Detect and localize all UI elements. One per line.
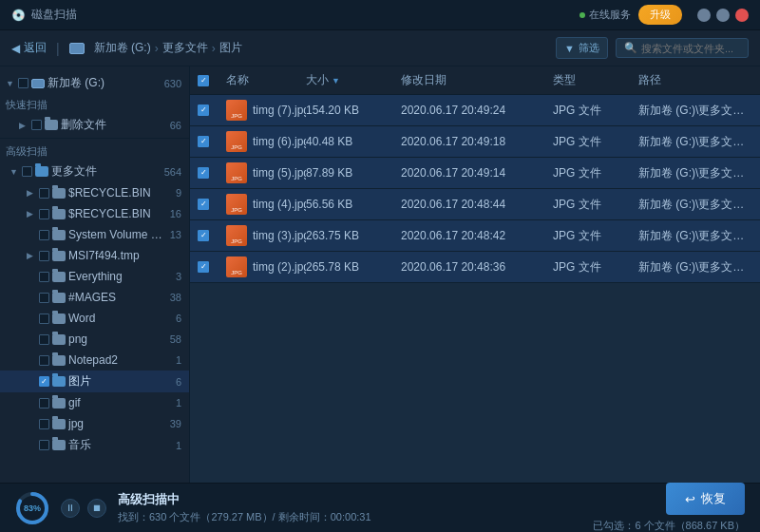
- sidebar-item-msi[interactable]: ▶ MSI7f494.tmp: [0, 245, 189, 266]
- sidebar-item-pictures[interactable]: 图片 6: [0, 370, 189, 392]
- row-size-2: 87.89 KB: [306, 166, 401, 180]
- close-button[interactable]: [735, 9, 749, 22]
- folder-icon-mages: [52, 293, 66, 303]
- sidebar-item-png[interactable]: png 58: [0, 329, 189, 350]
- search-input[interactable]: [641, 43, 736, 54]
- th-name: 名称: [226, 72, 306, 88]
- pause-button[interactable]: ⏸: [61, 499, 80, 518]
- th-date[interactable]: 修改日期: [401, 72, 553, 88]
- sidebar-item-root[interactable]: ▼ 新加卷 (G:) 630: [0, 72, 189, 94]
- upgrade-button[interactable]: 升级: [638, 5, 682, 25]
- row-check-1[interactable]: [198, 136, 226, 147]
- checkbox-msi[interactable]: [39, 251, 49, 261]
- row-checkbox-1[interactable]: [198, 136, 209, 147]
- maximize-button[interactable]: [716, 9, 730, 22]
- window-controls: [697, 9, 749, 22]
- breadcrumb-item-2[interactable]: 图片: [219, 40, 242, 56]
- more-files-count: 564: [164, 166, 181, 178]
- th-path[interactable]: 路径: [638, 72, 752, 88]
- notepad2-label: Notepad2: [68, 353, 171, 367]
- online-dot: [580, 12, 585, 18]
- jpg-label: jpg: [68, 417, 165, 430]
- header-checkbox[interactable]: [198, 75, 209, 86]
- row-path-1: 新加卷 (G:)\更多文件...: [638, 134, 752, 150]
- sidebar-item-gif[interactable]: gif 1: [0, 392, 189, 413]
- checkbox-jpg[interactable]: [39, 419, 49, 429]
- sidebar-item-more-files[interactable]: ▼ 更多文件 564: [0, 161, 189, 182]
- row-path-0: 新加卷 (G:)\更多文件...: [638, 103, 752, 119]
- file-thumb-5: [226, 256, 247, 277]
- filter-icon: ▼: [564, 43, 575, 54]
- row-check-3[interactable]: [198, 199, 226, 210]
- expand-arrow-msi: ▶: [27, 251, 36, 260]
- th-size[interactable]: 大小 ▼: [306, 72, 401, 88]
- bottom-bar: 83% ⏸ ⏹ 高级扫描中 找到：630 个文件（279.27 MB）/ 剩余时…: [0, 483, 760, 532]
- sidebar-item-sysvolume[interactable]: System Volume Inf... 13: [0, 224, 189, 245]
- row-checkbox-0[interactable]: [198, 104, 209, 116]
- sidebar-item-mages[interactable]: #MAGES 38: [0, 287, 189, 308]
- row-check-4[interactable]: [198, 230, 226, 241]
- checkbox-more[interactable]: [22, 166, 32, 177]
- checkbox-recycle1[interactable]: [39, 188, 49, 199]
- sort-arrow-size: ▼: [332, 76, 340, 86]
- restore-button[interactable]: ↩ 恢复: [666, 483, 745, 515]
- th-size-label: 大小: [306, 72, 329, 88]
- sidebar-item-everything[interactable]: Everything 3: [0, 266, 189, 287]
- back-button[interactable]: ◀ 返回: [11, 40, 47, 56]
- sidebar-item-deleted[interactable]: ▶ 删除文件 66: [0, 114, 189, 136]
- breadcrumb-item-1[interactable]: 更多文件: [162, 40, 208, 56]
- th-type[interactable]: 类型: [553, 72, 638, 88]
- checkbox-music[interactable]: [39, 440, 49, 450]
- row-date-5: 2020.06.17 20:48:36: [401, 260, 553, 274]
- row-size-5: 265.78 KB: [306, 260, 401, 274]
- app-icon: 💿: [11, 9, 26, 22]
- checkbox-word[interactable]: [39, 314, 49, 324]
- sidebar-item-notepad2[interactable]: Notepad2 1: [0, 350, 189, 370]
- row-check-2[interactable]: [198, 167, 226, 179]
- checkbox-gif[interactable]: [39, 398, 49, 408]
- checkbox-deleted[interactable]: [31, 120, 42, 130]
- row-path-4: 新加卷 (G:)\更多文件...: [638, 228, 752, 244]
- checkbox-mages[interactable]: [39, 293, 49, 303]
- row-checkbox-3[interactable]: [198, 199, 209, 210]
- row-size-4: 263.75 KB: [306, 229, 401, 242]
- sidebar-item-recycle1[interactable]: ▶ $RECYCLE.BIN 9: [0, 182, 189, 203]
- breadcrumb-item-0[interactable]: 新加卷 (G:): [94, 40, 151, 56]
- checkbox-png[interactable]: [39, 334, 49, 345]
- row-name-4: timg (3).jpg: [226, 225, 306, 246]
- table-row[interactable]: timg (6).jpg 40.48 KB 2020.06.17 20:49:1…: [190, 126, 760, 158]
- checkbox-pictures[interactable]: [39, 376, 49, 387]
- table-header: 名称 大小 ▼ 修改日期 类型 路径: [190, 66, 760, 95]
- scan-controls: ⏸ ⏹: [61, 499, 106, 518]
- row-checkbox-5[interactable]: [198, 261, 209, 273]
- row-check-0[interactable]: [198, 104, 226, 116]
- checkbox-everything[interactable]: [39, 272, 49, 282]
- row-type-5: JPG 文件: [553, 259, 638, 276]
- sidebar-item-music[interactable]: 音乐 1: [0, 434, 189, 456]
- row-checkbox-4[interactable]: [198, 230, 209, 241]
- checkbox-root[interactable]: [18, 78, 28, 88]
- table-row[interactable]: timg (4).jpg 56.56 KB 2020.06.17 20:48:4…: [190, 189, 760, 220]
- row-type-2: JPG 文件: [553, 165, 638, 181]
- checkbox-notepad2[interactable]: [39, 355, 49, 366]
- checkbox-recycle2[interactable]: [39, 209, 49, 219]
- stop-button[interactable]: ⏹: [87, 499, 106, 518]
- filter-button[interactable]: ▼ 筛选: [556, 37, 608, 59]
- minimize-button[interactable]: [697, 9, 711, 22]
- table-row[interactable]: timg (7).jpg 154.20 KB 2020.06.17 20:49:…: [190, 95, 760, 126]
- notepad2-count: 1: [176, 354, 181, 366]
- table-row[interactable]: timg (2).jpg 265.78 KB 2020.06.17 20:48:…: [190, 252, 760, 283]
- recycle2-count: 16: [170, 208, 181, 219]
- row-checkbox-2[interactable]: [198, 167, 209, 179]
- row-filename-4: timg (3).jpg: [253, 229, 306, 242]
- sidebar-item-recycle2[interactable]: ▶ $RECYCLE.BIN 16: [0, 203, 189, 224]
- sidebar-item-word[interactable]: Word 6: [0, 308, 189, 329]
- checkbox-sysvolume[interactable]: [39, 230, 49, 240]
- table-row[interactable]: timg (5).jpg 87.89 KB 2020.06.17 20:49:1…: [190, 158, 760, 189]
- table-row[interactable]: timg (3).jpg 263.75 KB 2020.06.17 20:48:…: [190, 220, 760, 252]
- sidebar-item-jpg[interactable]: jpg 39: [0, 413, 189, 434]
- folder-icon-msi: [52, 251, 66, 261]
- row-check-5[interactable]: [198, 261, 226, 273]
- row-date-3: 2020.06.17 20:48:44: [401, 198, 553, 211]
- breadcrumb: 新加卷 (G:) › 更多文件 › 图片: [94, 40, 242, 56]
